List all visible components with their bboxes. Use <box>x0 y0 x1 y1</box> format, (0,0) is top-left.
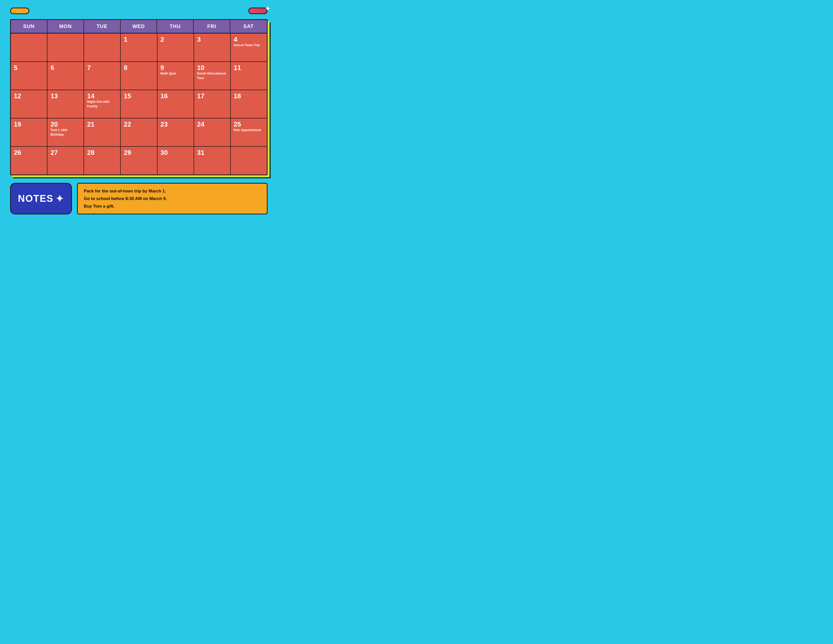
calendar-cell: 29 <box>121 147 157 174</box>
calendar-grid: 1234Out-of-Town Trip56789Math Quiz10Sout… <box>11 34 267 174</box>
calendar-cell: 23 <box>158 118 194 146</box>
header-tue: TUE <box>84 20 121 33</box>
calendar-cell: 1 <box>121 34 157 61</box>
calendar-header: ✦ <box>10 8 268 14</box>
calendar-cell: 11 <box>231 62 267 90</box>
header-sun: SUN <box>11 20 47 33</box>
calendar-cell: 28 <box>84 147 120 174</box>
calendar-cell: 17 <box>194 90 230 118</box>
event-text: Tom's 18th Birthday <box>50 128 68 136</box>
day-number: 5 <box>14 64 44 71</box>
header-thu: THU <box>157 20 194 33</box>
calendar-cell: 18 <box>231 90 267 118</box>
day-number: 28 <box>87 149 117 156</box>
calendar-cell: 20Tom's 18th Birthday <box>47 118 84 146</box>
calendar-cell: 26 <box>11 147 47 174</box>
day-number: 7 <box>87 64 117 71</box>
day-number: 30 <box>161 149 191 156</box>
note-item: Go to school before 8:30 AM on March 9. <box>84 196 261 202</box>
calendar-cell: 3 <box>194 34 230 61</box>
day-number: 14 <box>87 93 117 99</box>
event-text: Night Out with Family <box>87 100 109 108</box>
calendar-cell: 25Hair Appointment <box>231 118 267 146</box>
calendar-cell: 4Out-of-Town Trip <box>231 34 267 61</box>
event-text: South Educational Tour <box>197 71 226 80</box>
day-number: 20 <box>50 121 80 127</box>
day-number: 24 <box>197 121 227 127</box>
calendar-cell: 27 <box>47 147 84 174</box>
calendar-cell: 9Math Quiz <box>158 62 194 90</box>
day-number: 3 <box>197 36 227 43</box>
day-number: 9 <box>161 64 191 71</box>
notes-label: NOTES <box>18 193 53 204</box>
calendar-cell <box>84 34 120 61</box>
calendar-cell: 15 <box>121 90 157 118</box>
day-number: 1 <box>124 36 154 43</box>
event-text: Math Quiz <box>161 71 176 75</box>
event-text: Out-of-Town Trip <box>234 43 260 47</box>
calendar-cell: 5 <box>11 62 47 90</box>
calendar: SUN MON TUE WED THU FRI SAT 1234Out-of-T… <box>10 19 268 175</box>
calendar-cell: 13 <box>47 90 84 118</box>
day-number: 6 <box>50 64 80 71</box>
note-item: Buy Tom a gift. <box>84 203 261 209</box>
header-fri: FRI <box>194 20 230 33</box>
day-number: 12 <box>14 93 44 99</box>
day-number: 26 <box>14 149 44 156</box>
calendar-cell: 12 <box>11 90 47 118</box>
day-number: 19 <box>14 121 44 127</box>
sparkle-icon: ✦ <box>265 5 270 13</box>
note-item: Pack for the out-of-town trip by March 1… <box>84 188 261 194</box>
calendar-cell: 10South Educational Tour <box>194 62 230 90</box>
day-number: 22 <box>124 121 154 127</box>
notes-content: Pack for the out-of-town trip by March 1… <box>77 183 268 214</box>
calendar-cell: 2 <box>158 34 194 61</box>
day-number: 31 <box>197 149 227 156</box>
calendar-cell <box>47 34 84 61</box>
header-sat: SAT <box>230 20 267 33</box>
notes-section: NOTES ✦ Pack for the out-of-town trip by… <box>10 183 268 214</box>
day-headers-row: SUN MON TUE WED THU FRI SAT <box>11 20 267 34</box>
calendar-cell: 14Night Out with Family <box>84 90 120 118</box>
header-wed: WED <box>121 20 157 33</box>
day-number: 4 <box>234 36 264 43</box>
event-text: Hair Appointment <box>234 128 261 132</box>
calendar-cell <box>231 147 267 174</box>
year-badge-wrapper: ✦ <box>248 8 268 14</box>
calendar-cell: 16 <box>158 90 194 118</box>
calendar-cell: 19 <box>11 118 47 146</box>
calendar-wrapper: SUN MON TUE WED THU FRI SAT 1234Out-of-T… <box>10 19 268 175</box>
calendar-cell: 6 <box>47 62 84 90</box>
day-number: 29 <box>124 149 154 156</box>
calendar-cell: 24 <box>194 118 230 146</box>
day-number: 23 <box>161 121 191 127</box>
month-badge <box>10 8 29 14</box>
day-number: 25 <box>234 121 264 127</box>
day-number: 11 <box>234 64 264 71</box>
calendar-cell: 31 <box>194 147 230 174</box>
notes-badge-wrapper: NOTES ✦ <box>10 183 72 214</box>
day-number: 13 <box>50 93 80 99</box>
day-number: 17 <box>197 93 227 99</box>
header-mon: MON <box>47 20 84 33</box>
day-number: 16 <box>161 93 191 99</box>
day-number: 27 <box>50 149 80 156</box>
day-number: 10 <box>197 64 227 71</box>
notes-badge: NOTES ✦ <box>10 183 72 214</box>
day-number: 2 <box>161 36 191 43</box>
day-number: 21 <box>87 121 117 127</box>
calendar-cell: 21 <box>84 118 120 146</box>
notes-sparkle-icon: ✦ <box>56 193 64 204</box>
calendar-cell: 8 <box>121 62 157 90</box>
day-number: 8 <box>124 64 154 71</box>
calendar-cell: 22 <box>121 118 157 146</box>
calendar-cell: 7 <box>84 62 120 90</box>
day-number: 15 <box>124 93 154 99</box>
calendar-cell: 30 <box>158 147 194 174</box>
day-number: 18 <box>234 93 264 99</box>
calendar-cell <box>11 34 47 61</box>
